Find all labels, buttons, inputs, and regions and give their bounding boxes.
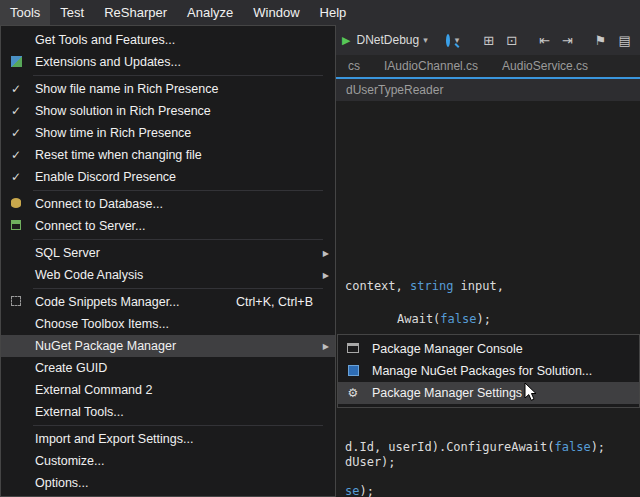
menu-item-choose-toolbox-items[interactable]: Choose Toolbox Items... (1, 313, 335, 335)
submenu-item-package-manager-settings[interactable]: ⚙ Package Manager Settings (338, 382, 639, 404)
menu-item-label: Connect to Database... (31, 197, 335, 211)
menu-item-nuget-package-manager[interactable]: NuGet Package Manager ▶ (1, 335, 335, 357)
menu-item-web-code-analysis[interactable]: Web Code Analysis ▶ (1, 264, 335, 286)
menu-bar: Tools Test ReSharper Analyze Window Help (0, 0, 640, 25)
menu-item-customize[interactable]: Customize... (1, 450, 335, 472)
menu-item-label: Show solution in Rich Presence (31, 104, 335, 118)
menu-item-shortcut: Ctrl+K, Ctrl+B (236, 295, 313, 309)
menu-item-code-snippets-manager[interactable]: Code Snippets Manager... Ctrl+K, Ctrl+B (1, 291, 335, 313)
menu-item-label: Connect to Server... (31, 219, 335, 233)
tab-clipped[interactable]: cs (336, 55, 372, 77)
comment-icon[interactable]: ▤ (619, 34, 631, 47)
server-icon (11, 220, 21, 230)
tab-audioservice[interactable]: AudioService.cs (490, 55, 600, 77)
outdent-icon[interactable]: ⇤ (539, 34, 550, 47)
console-icon (347, 343, 359, 353)
submenu-arrow-icon: ▶ (313, 342, 335, 351)
menu-item-label: Show time in Rich Presence (31, 126, 335, 140)
submenu-item-manage-nuget-packages-for-solution[interactable]: Manage NuGet Packages for Solution... (338, 360, 639, 382)
code-snippets-icon (11, 296, 21, 306)
menu-item-connect-to-database[interactable]: Connect to Database... (1, 193, 335, 215)
debug-target-selector[interactable]: DNetDebug (356, 34, 419, 46)
menu-item-label: Code Snippets Manager... (31, 295, 236, 309)
menubar-item-resharper[interactable]: ReSharper (94, 0, 177, 25)
menu-item-show-file-name-in-rich-presence[interactable]: ✓ Show file name in Rich Presence (1, 78, 335, 100)
menu-item-label: Get Tools and Features... (31, 33, 335, 47)
window-layout-icon[interactable]: ⊡ (506, 34, 517, 47)
bookmark-icon[interactable]: ⚑ (595, 34, 607, 47)
submenu-arrow-icon: ▶ (313, 271, 335, 280)
menu-item-extensions-and-updates[interactable]: Extensions and Updates... (1, 51, 335, 73)
search-icon[interactable] (446, 34, 450, 47)
submenu-item-package-manager-console[interactable]: Package Manager Console (338, 338, 639, 360)
menu-separator (33, 190, 323, 191)
submenu-arrow-icon: ▶ (313, 249, 335, 258)
tab-iaudiochannel[interactable]: IAudioChannel.cs (372, 55, 490, 77)
code-line: d.Id, userId).ConfigureAwait(false); (345, 440, 605, 454)
menu-item-label: Customize... (31, 454, 335, 468)
start-debugging-icon[interactable]: ▶ (342, 35, 350, 46)
code-line: context, string input, (345, 279, 504, 293)
menu-item-label: External Command 2 (31, 383, 335, 397)
menubar-item-test[interactable]: Test (50, 0, 94, 25)
menu-item-label: Choose Toolbox Items... (31, 317, 335, 331)
menu-item-label: Enable Discord Presence (31, 170, 335, 184)
menu-item-label: Create GUID (31, 361, 335, 375)
menu-item-label: NuGet Package Manager (31, 339, 313, 353)
menu-item-reset-time-when-changing-file[interactable]: ✓ Reset time when changing file (1, 144, 335, 166)
checkmark-icon: ✓ (1, 105, 31, 117)
menubar-item-tools[interactable]: Tools (0, 0, 50, 25)
menubar-item-window[interactable]: Window (243, 0, 309, 25)
menu-item-enable-discord-presence[interactable]: ✓ Enable Discord Presence (1, 166, 335, 188)
checkmark-icon: ✓ (1, 171, 31, 183)
new-window-icon[interactable]: ⊞ (483, 34, 494, 47)
menu-item-label: Show file name in Rich Presence (31, 82, 335, 96)
menu-item-create-guid[interactable]: Create GUID (1, 357, 335, 379)
menu-item-get-tools-and-features[interactable]: Get Tools and Features... (1, 29, 335, 51)
menu-item-label: Import and Export Settings... (31, 432, 335, 446)
code-line: Await(false); (397, 312, 491, 326)
checkmark-icon: ✓ (1, 83, 31, 95)
menu-item-label: SQL Server (31, 246, 313, 260)
menu-item-import-and-export-settings[interactable]: Import and Export Settings... (1, 428, 335, 450)
menu-item-sql-server[interactable]: SQL Server ▶ (1, 242, 335, 264)
menu-item-external-command-2[interactable]: External Command 2 (1, 379, 335, 401)
menu-item-connect-to-server[interactable]: Connect to Server... (1, 215, 335, 237)
tools-menu: Get Tools and Features... Extensions and… (0, 25, 336, 497)
menubar-item-help[interactable]: Help (310, 0, 357, 25)
code-line: se); (345, 484, 374, 497)
menu-item-label: Reset time when changing file (31, 148, 335, 162)
menu-separator (33, 239, 323, 240)
code-line: dUser); (345, 455, 396, 469)
chevron-down-icon[interactable]: ▾ (423, 36, 428, 45)
checkmark-icon: ✓ (1, 127, 31, 139)
menu-separator (33, 75, 323, 76)
menu-separator (33, 288, 323, 289)
menu-item-label: Options... (31, 476, 335, 490)
checkmark-icon: ✓ (1, 149, 31, 161)
menu-item-show-solution-in-rich-presence[interactable]: ✓ Show solution in Rich Presence (1, 100, 335, 122)
menu-item-label: Web Code Analysis (31, 268, 313, 282)
menu-item-show-time-in-rich-presence[interactable]: ✓ Show time in Rich Presence (1, 122, 335, 144)
indent-icon[interactable]: ⇥ (562, 34, 573, 47)
submenu-item-label: Package Manager Settings (368, 386, 639, 400)
package-icon (348, 365, 359, 376)
menu-item-label: Extensions and Updates... (31, 55, 335, 69)
submenu-item-label: Manage NuGet Packages for Solution... (368, 364, 639, 378)
extensions-icon (11, 56, 22, 67)
mouse-cursor (524, 382, 538, 402)
menu-separator (33, 425, 323, 426)
database-icon (11, 198, 21, 208)
menubar-item-analyze[interactable]: Analyze (177, 0, 243, 25)
menu-item-label: External Tools... (31, 405, 335, 419)
navigation-bar-symbol[interactable]: dUserTypeReader (346, 83, 443, 97)
gear-icon: ⚙ (338, 387, 368, 399)
menu-item-options[interactable]: Options... (1, 472, 335, 494)
submenu-item-label: Package Manager Console (368, 342, 639, 356)
menu-item-external-tools[interactable]: External Tools... (1, 401, 335, 423)
nuget-package-manager-submenu: Package Manager Console Manage NuGet Pac… (337, 334, 640, 408)
